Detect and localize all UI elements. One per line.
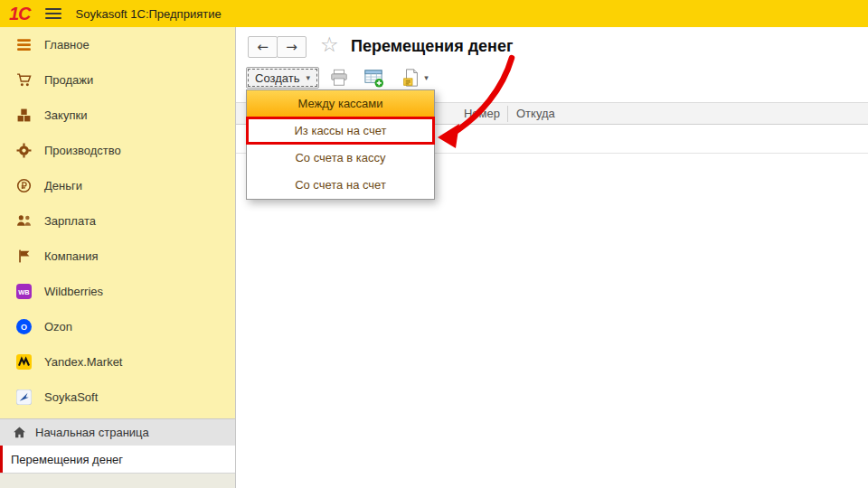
report-button[interactable]: ▾ xyxy=(396,66,434,89)
active-tab-accent xyxy=(0,446,3,473)
yandex-market-icon xyxy=(16,354,32,370)
sidebar-label: Закупки xyxy=(44,108,87,122)
sidebar-label: Главное xyxy=(44,38,90,52)
favorite-star-icon[interactable]: ☆ xyxy=(320,33,339,56)
ruble-coin-icon xyxy=(16,178,32,193)
sidebar-item-wildberries[interactable]: WB Wildberries xyxy=(0,274,235,309)
document-icon xyxy=(401,68,421,88)
svg-text:O: O xyxy=(21,323,27,332)
ozon-icon: O xyxy=(16,319,32,334)
window-bar-empty-area xyxy=(0,474,235,488)
sidebar-item-salary[interactable]: Зарплата xyxy=(0,203,235,239)
back-button[interactable]: ← xyxy=(248,36,278,58)
cart-icon xyxy=(16,72,32,88)
sidebar-label: SoykaSoft xyxy=(44,390,98,404)
sidebar-label: Yandex.Market xyxy=(44,355,122,369)
menu-item-cash-to-account[interactable]: Из кассы на счет xyxy=(247,117,434,145)
sidebar-item-company[interactable]: Компания xyxy=(0,239,235,274)
home-page-tab[interactable]: Начальная страница xyxy=(0,418,235,446)
home-icon xyxy=(13,426,26,439)
hamburger-menu-icon[interactable] xyxy=(45,8,61,20)
flag-icon xyxy=(16,249,32,264)
1c-logo: 1С xyxy=(9,5,31,23)
print-button[interactable] xyxy=(327,66,351,89)
column-header-from[interactable]: Откуда xyxy=(516,103,555,124)
menu-item-between-cash[interactable]: Между кассами xyxy=(247,90,434,117)
page-title: Перемещения денег xyxy=(351,37,514,56)
wildberries-icon: WB xyxy=(16,284,32,299)
sidebar-label: Компания xyxy=(44,249,99,263)
sidebar-item-ozon[interactable]: O Ozon xyxy=(0,309,235,344)
menu-item-account-to-cash[interactable]: Со счета в кассу xyxy=(247,145,434,172)
chevron-down-icon: ▾ xyxy=(424,73,429,82)
create-dropdown-menu: Между кассами Из кассы на счет Со счета … xyxy=(246,89,435,200)
people-icon xyxy=(16,213,32,229)
create-button-label: Создать xyxy=(255,71,299,85)
sidebar-label: Деньги xyxy=(44,179,82,192)
menu-icon xyxy=(16,37,32,52)
sidebar-item-soykasoft[interactable]: SoykaSoft xyxy=(0,380,235,415)
sidebar-item-purchases[interactable]: Закупки xyxy=(0,98,235,133)
sidebar: Главное Продажи Закупки Производство Ден… xyxy=(0,27,235,418)
sidebar-item-yandex-market[interactable]: Yandex.Market xyxy=(0,344,235,380)
sidebar-label: Зарплата xyxy=(44,214,96,228)
menu-item-account-to-account[interactable]: Со счета на счет xyxy=(247,172,434,199)
sidebar-label: Производство xyxy=(44,144,121,157)
list-settings-button[interactable] xyxy=(362,66,385,89)
top-bar: 1С Soykasoft 1С:Предприятие xyxy=(0,0,868,27)
printer-icon xyxy=(329,68,349,88)
gear-icon xyxy=(16,143,32,158)
sidebar-item-main[interactable]: Главное xyxy=(0,27,235,62)
sidebar-item-production[interactable]: Производство xyxy=(0,133,235,168)
sidebar-divider xyxy=(235,27,236,488)
forward-button[interactable]: → xyxy=(277,36,307,58)
svg-text:WB: WB xyxy=(18,288,30,296)
table-add-icon xyxy=(363,68,384,89)
sidebar-item-money[interactable]: Деньги xyxy=(0,168,235,203)
sidebar-item-sales[interactable]: Продажи xyxy=(0,62,235,98)
column-divider xyxy=(507,106,508,122)
active-window-tab-label: Перемещения денег xyxy=(11,453,123,466)
sidebar-label: Ozon xyxy=(44,320,72,333)
app-title: Soykasoft 1С:Предприятие xyxy=(76,7,222,21)
active-window-tab[interactable]: Перемещения денег xyxy=(0,446,235,474)
soykasoft-bird-icon xyxy=(16,389,32,405)
boxes-icon xyxy=(16,108,32,123)
create-button[interactable]: Создать ▾ xyxy=(246,67,319,89)
sidebar-label: Wildberries xyxy=(44,285,103,298)
chevron-down-icon: ▾ xyxy=(306,73,310,82)
home-page-tab-label: Начальная страница xyxy=(35,426,149,439)
sidebar-label: Продажи xyxy=(44,73,93,87)
